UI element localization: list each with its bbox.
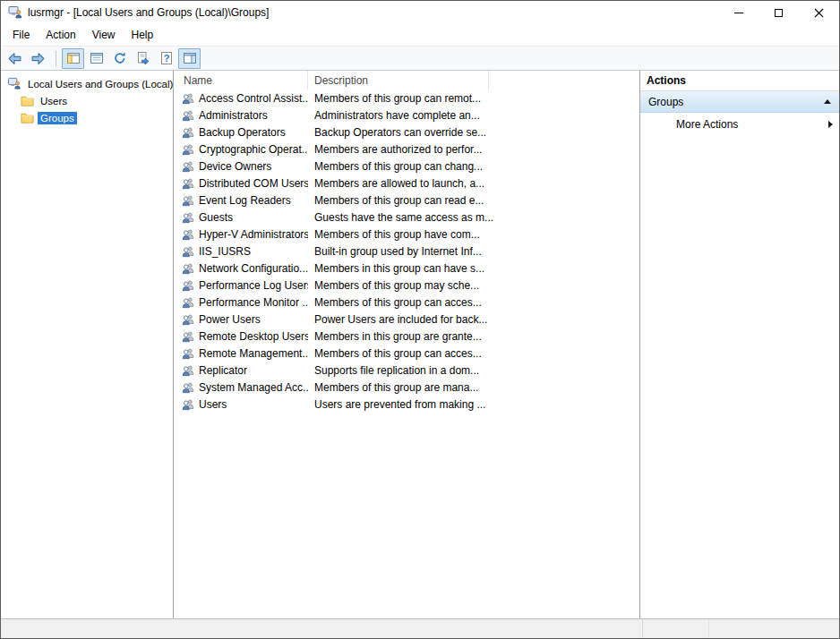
- group-name-cell: Event Log Readers: [174, 194, 308, 207]
- table-row[interactable]: Backup Operators Backup Operators can ov…: [174, 124, 639, 141]
- group-description: Members of this group can remot...: [308, 92, 639, 105]
- group-icon: [182, 177, 194, 190]
- table-row[interactable]: Hyper-V Administrators Members of this g…: [174, 226, 639, 243]
- more-actions-item[interactable]: More Actions: [640, 113, 839, 135]
- properties-button[interactable]: [85, 48, 107, 69]
- maximize-button[interactable]: [759, 1, 799, 24]
- group-name-cell: Hyper-V Administrators: [174, 228, 308, 241]
- group-icon: [182, 262, 194, 275]
- close-icon: [814, 8, 824, 18]
- table-row[interactable]: Performance Monitor ... Members of this …: [174, 294, 639, 311]
- group-name: Cryptographic Operat...: [199, 143, 308, 156]
- group-name-cell: Remote Management...: [174, 347, 308, 360]
- group-description: Members of this group can chang...: [308, 160, 639, 173]
- table-row[interactable]: Access Control Assist... Members of this…: [174, 89, 639, 106]
- table-row[interactable]: System Managed Acc... Members of this gr…: [174, 379, 639, 396]
- group-name: Guests: [199, 211, 233, 224]
- group-name-cell: Device Owners: [174, 160, 308, 173]
- refresh-button[interactable]: [108, 48, 131, 69]
- group-description: Guests have the same access as m...: [308, 211, 639, 224]
- chevron-up-icon[interactable]: [824, 99, 831, 104]
- group-name: Replicator: [199, 364, 247, 377]
- status-bar-divider: [708, 619, 709, 638]
- group-list: Access Control Assist... Members of this…: [174, 89, 639, 618]
- group-name-cell: Access Control Assist...: [174, 92, 308, 105]
- menu-help[interactable]: Help: [124, 26, 162, 44]
- table-row[interactable]: Event Log Readers Members of this group …: [174, 192, 639, 209]
- table-row[interactable]: Administrators Administrators have compl…: [174, 106, 639, 124]
- group-icon: [182, 228, 194, 241]
- group-description: Members of this group may sche...: [308, 279, 639, 292]
- table-row[interactable]: Device Owners Members of this group can …: [174, 158, 639, 175]
- lusrmgr-window: lusrmgr - [Local Users and Groups (Local…: [0, 0, 840, 639]
- menu-action[interactable]: Action: [38, 26, 83, 44]
- group-name-cell: Network Configuratio...: [174, 262, 308, 275]
- tree-root-local-users-and-groups[interactable]: Local Users and Groups (Local): [1, 75, 173, 92]
- group-description: Members of this group can acces...: [308, 296, 639, 309]
- help-icon: ?: [159, 51, 174, 65]
- menu-view[interactable]: View: [84, 26, 124, 44]
- group-name-cell: Users: [174, 398, 308, 411]
- group-name: Backup Operators: [199, 126, 286, 139]
- export-list-button[interactable]: [132, 48, 154, 69]
- table-row[interactable]: IIS_IUSRS Built-in group used by Interne…: [174, 243, 639, 260]
- actions-section-groups[interactable]: Groups: [640, 91, 839, 113]
- group-name-cell: Power Users: [174, 313, 308, 326]
- title-bar[interactable]: lusrmgr - [Local Users and Groups (Local…: [1, 1, 839, 24]
- chevron-right-icon: [828, 121, 833, 128]
- tree-item-groups[interactable]: Groups: [1, 109, 173, 126]
- column-header-name[interactable]: Name: [174, 71, 308, 89]
- close-button[interactable]: [799, 1, 839, 24]
- tree-item-users[interactable]: Users: [1, 92, 173, 109]
- group-name-cell: Performance Log Users: [174, 279, 308, 292]
- group-name: Users: [199, 398, 227, 411]
- table-row[interactable]: Remote Desktop Users Members in this gro…: [174, 328, 639, 345]
- table-row[interactable]: Remote Management... Members of this gro…: [174, 345, 639, 362]
- column-header-description[interactable]: Description: [308, 71, 489, 89]
- forward-button[interactable]: [27, 48, 49, 69]
- group-name: Performance Monitor ...: [199, 296, 308, 309]
- show-console-tree-button[interactable]: [62, 48, 84, 69]
- maximize-icon: [775, 9, 783, 17]
- group-name: IIS_IUSRS: [199, 245, 251, 258]
- table-row[interactable]: Users Users are prevented from making ..…: [174, 396, 639, 413]
- group-description: Members are allowed to launch, a...: [308, 177, 639, 190]
- group-description: Built-in group used by Internet Inf...: [308, 245, 639, 258]
- group-icon: [182, 211, 194, 224]
- group-icon: [182, 194, 194, 207]
- show-action-pane-button[interactable]: [178, 48, 201, 69]
- back-button[interactable]: [4, 48, 26, 69]
- tree-root-label: Local Users and Groups (Local): [25, 78, 174, 90]
- app-icon: [8, 5, 22, 20]
- table-row[interactable]: Guests Guests have the same access as m.…: [174, 209, 639, 226]
- group-name: Event Log Readers: [199, 194, 291, 207]
- actions-pane: Actions Groups More Actions: [640, 71, 839, 618]
- group-name: Distributed COM Users: [199, 177, 308, 190]
- group-icon: [182, 364, 194, 377]
- help-button[interactable]: ?: [155, 48, 177, 69]
- table-row[interactable]: Power Users Power Users are included for…: [174, 311, 639, 328]
- table-row[interactable]: Performance Log Users Members of this gr…: [174, 277, 639, 294]
- group-description: Users are prevented from making ...: [308, 398, 639, 411]
- table-row[interactable]: Replicator Supports file replication in …: [174, 362, 639, 379]
- properties-window-icon: [90, 51, 104, 65]
- status-bar-divider: [642, 619, 643, 638]
- group-icon: [182, 160, 194, 173]
- menu-file[interactable]: File: [4, 26, 38, 44]
- group-name-cell: Backup Operators: [174, 126, 308, 139]
- group-icon: [182, 109, 194, 122]
- status-bar: [1, 618, 839, 638]
- group-name-cell: Distributed COM Users: [174, 177, 308, 190]
- group-description: Power Users are included for back...: [308, 313, 639, 326]
- table-row[interactable]: Cryptographic Operat... Members are auth…: [174, 141, 639, 158]
- local-users-groups-icon: [7, 77, 21, 90]
- group-icon: [182, 381, 194, 394]
- minimize-button[interactable]: [718, 1, 759, 24]
- minimize-icon: [734, 13, 743, 13]
- table-row[interactable]: Network Configuratio... Members in this …: [174, 260, 639, 277]
- tree-item-label: Groups: [38, 112, 77, 124]
- back-icon: [7, 51, 22, 66]
- group-icon: [182, 398, 194, 411]
- table-row[interactable]: Distributed COM Users Members are allowe…: [174, 175, 639, 192]
- group-icon: [182, 92, 194, 105]
